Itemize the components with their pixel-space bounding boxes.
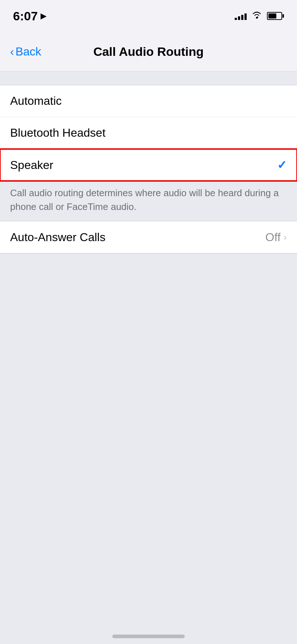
back-button[interactable]: ‹ Back bbox=[10, 45, 41, 58]
bottom-area bbox=[0, 253, 297, 580]
location-icon: ▶ bbox=[41, 12, 46, 20]
svg-point-0 bbox=[256, 17, 258, 19]
page-title: Call Audio Routing bbox=[93, 45, 204, 59]
back-chevron-icon: ‹ bbox=[10, 45, 14, 58]
home-indicator bbox=[112, 635, 185, 638]
status-time: 6:07 ▶ bbox=[13, 9, 46, 23]
section-gap-top bbox=[0, 72, 297, 85]
chevron-right-icon: › bbox=[284, 231, 287, 243]
auto-answer-label: Auto-Answer Calls bbox=[10, 231, 105, 244]
speaker-row[interactable]: Speaker ✓ bbox=[0, 149, 297, 181]
bluetooth-headset-label: Bluetooth Headset bbox=[10, 126, 105, 140]
time-display: 6:07 bbox=[13, 9, 38, 23]
speaker-label: Speaker bbox=[10, 158, 53, 172]
auto-answer-value: Off bbox=[265, 231, 281, 244]
auto-answer-group: Auto-Answer Calls Off › bbox=[0, 221, 297, 253]
wifi-icon bbox=[252, 11, 262, 21]
nav-bar: ‹ Back Call Audio Routing bbox=[0, 32, 297, 72]
signal-strength-icon bbox=[235, 12, 247, 20]
automatic-label: Automatic bbox=[10, 94, 62, 108]
bluetooth-headset-row[interactable]: Bluetooth Headset bbox=[0, 117, 297, 149]
checkmark-icon: ✓ bbox=[277, 158, 287, 172]
status-icons bbox=[235, 11, 284, 21]
battery-icon bbox=[267, 12, 284, 20]
back-label: Back bbox=[16, 45, 41, 58]
status-bar: 6:07 ▶ bbox=[0, 0, 297, 32]
automatic-row[interactable]: Automatic bbox=[0, 85, 297, 117]
audio-routing-footer: Call audio routing determines where audi… bbox=[0, 181, 297, 221]
audio-routing-group: Automatic Bluetooth Headset Speaker ✓ bbox=[0, 85, 297, 181]
footer-description: Call audio routing determines where audi… bbox=[10, 187, 279, 212]
auto-answer-row[interactable]: Auto-Answer Calls Off › bbox=[0, 221, 297, 253]
auto-answer-right: Off › bbox=[265, 231, 287, 244]
